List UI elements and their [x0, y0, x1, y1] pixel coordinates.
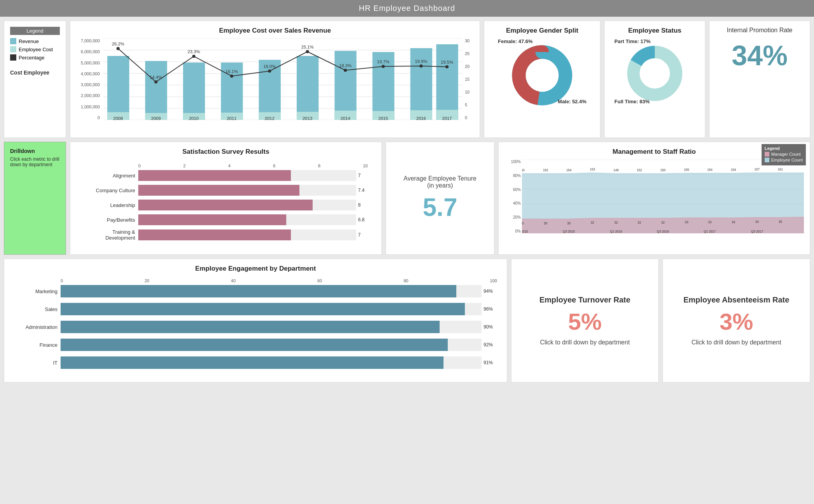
turnover-value: 5%	[568, 308, 602, 335]
part-time-label: Part Time: 17%	[614, 38, 651, 44]
svg-text:Q1 2015: Q1 2015	[522, 229, 528, 233]
svg-text:30: 30	[567, 221, 570, 225]
manager-legend-label: Manager Count	[771, 152, 801, 156]
svg-text:157: 157	[755, 167, 760, 171]
satisfaction-title: Satisfaction Survey Results	[76, 148, 376, 156]
sat-value-training: 7	[358, 232, 368, 238]
sat-bar-fill-training	[138, 229, 291, 240]
svg-text:161: 161	[777, 167, 783, 171]
eng-label-it: IT	[14, 360, 61, 366]
legend-title: Legend	[10, 27, 60, 35]
mgmt-ratio-card: Management to Staff Ratio Legend Manager…	[498, 142, 810, 255]
sat-bar-bg-alignment	[138, 170, 356, 181]
svg-text:2017: 2017	[442, 116, 452, 120]
drilldown-card[interactable]: Drilldown Click each metric to drill dow…	[4, 142, 66, 255]
mgmt-ratio-title: Management to Staff Ratio	[504, 148, 804, 156]
status-card: Employee Status Part Time: 17% Full Time…	[604, 21, 705, 138]
mgmt-legend-employee: Employee Count	[765, 158, 803, 162]
svg-point-36	[419, 64, 423, 68]
svg-text:19.5%: 19.5%	[441, 60, 453, 64]
cost-yaxis-right: 30 25 20 15 10 5 0	[464, 38, 474, 120]
svg-text:16.1%: 16.1%	[226, 69, 238, 74]
svg-text:34: 34	[732, 220, 735, 224]
sat-bar-fill-leadership	[138, 200, 313, 210]
svg-text:149: 149	[614, 168, 619, 172]
eng-value-marketing: 94%	[484, 288, 497, 294]
svg-text:Q1 2016: Q1 2016	[610, 229, 622, 233]
svg-text:Q1 2017: Q1 2017	[704, 229, 716, 233]
svg-text:33: 33	[708, 220, 711, 224]
svg-text:150: 150	[522, 168, 525, 172]
svg-point-28	[117, 47, 120, 50]
eng-bar-fill-sales	[61, 303, 465, 315]
row-2: Drilldown Click each metric to drill dow…	[4, 142, 810, 255]
svg-point-32	[268, 70, 271, 73]
svg-text:154: 154	[707, 168, 713, 172]
percentage-legend-box	[10, 54, 16, 61]
gender-donut-container: Female: 47.6% Male: 52.4%	[490, 38, 594, 104]
svg-text:33: 33	[685, 220, 688, 224]
svg-text:25.1%: 25.1%	[301, 45, 314, 49]
svg-rect-10	[183, 63, 205, 120]
eng-bar-fill-finance	[61, 339, 448, 351]
eng-row-admin: Administration 90%	[14, 321, 497, 333]
promotion-card: Internal Promotion Rate 34%	[709, 21, 810, 138]
svg-point-31	[230, 75, 233, 78]
svg-text:153: 153	[590, 167, 595, 171]
status-donut-svg	[620, 44, 690, 103]
sat-label-alignment: Alignment	[84, 173, 138, 179]
eng-label-admin: Administration	[14, 324, 61, 330]
svg-text:Q3 2017: Q3 2017	[751, 229, 763, 233]
svg-text:32: 32	[614, 221, 618, 224]
svg-text:152: 152	[637, 168, 642, 172]
mgmt-ratio-svg: 150 152 154 153 149 152 150 155 154 154 …	[522, 160, 804, 233]
sat-row-training: Training & Development 7	[84, 229, 368, 241]
eng-bar-fill-it	[61, 356, 444, 369]
cost-yaxis-left: 7,000,000 6,000,000 5,000,000 4,000,000 …	[76, 38, 101, 120]
legend-employee-cost: Employee Cost	[10, 46, 60, 52]
tenure-card: Average Employee Tenure (in years) 5.7	[386, 142, 494, 255]
sat-bar-fill-alignment	[138, 170, 291, 181]
employee-legend-box	[765, 158, 769, 162]
svg-text:2014: 2014	[341, 116, 350, 120]
svg-point-29	[154, 80, 157, 83]
engagement-chart: 020406080100 Marketing 94% Sales 96%	[10, 276, 501, 376]
legend-revenue: Revenue	[10, 38, 60, 44]
gender-card: Employee Gender Split Female: 47.6% Male…	[484, 21, 600, 138]
employee-legend-label: Employee Count	[771, 158, 803, 162]
svg-text:2008: 2008	[113, 116, 123, 120]
eng-label-sales: Sales	[14, 306, 61, 312]
sat-axis: 0246810	[84, 163, 368, 168]
eng-axis: 020406080100	[14, 278, 497, 283]
eng-bar-bg-sales	[61, 303, 482, 315]
turnover-card[interactable]: Employee Turnover Rate 5% Click to drill…	[511, 259, 659, 382]
svg-point-30	[192, 55, 195, 58]
svg-rect-8	[107, 56, 129, 120]
svg-text:19.7%: 19.7%	[377, 59, 390, 64]
sat-bar-bg-leadership	[138, 200, 356, 210]
sat-value-pay: 6.8	[358, 217, 368, 222]
svg-rect-9	[145, 61, 167, 120]
tenure-title: Average Employee Tenure (in years)	[404, 175, 477, 189]
sat-row-leadership: Leadership 8	[84, 200, 368, 210]
svg-text:19.9%: 19.9%	[415, 59, 427, 64]
eng-bar-bg-it	[61, 356, 482, 369]
gender-title: Employee Gender Split	[490, 27, 594, 35]
drilldown-title: Drilldown	[10, 148, 60, 154]
gender-donut-svg	[503, 44, 581, 106]
svg-text:32: 32	[638, 221, 641, 224]
mgmt-legend-manager: Manager Count	[765, 152, 803, 156]
sat-label-leadership: Leadership	[84, 202, 138, 208]
eng-bar-bg-marketing	[61, 285, 482, 297]
svg-text:18.0%: 18.0%	[263, 64, 276, 69]
svg-text:150: 150	[660, 168, 666, 172]
sat-value-leadership: 8	[358, 202, 368, 208]
svg-point-34	[344, 69, 347, 72]
svg-text:32: 32	[591, 221, 594, 224]
eng-bar-fill-marketing	[61, 285, 456, 297]
svg-text:2015: 2015	[378, 116, 388, 120]
employee-cost-legend-label: Employee Cost	[19, 47, 53, 52]
legend-card: Legend Revenue Employee Cost Percentage …	[4, 21, 66, 138]
absenteeism-card[interactable]: Employee Absenteeism Rate 3% Click to dr…	[663, 259, 810, 382]
eng-value-admin: 90%	[484, 324, 497, 330]
